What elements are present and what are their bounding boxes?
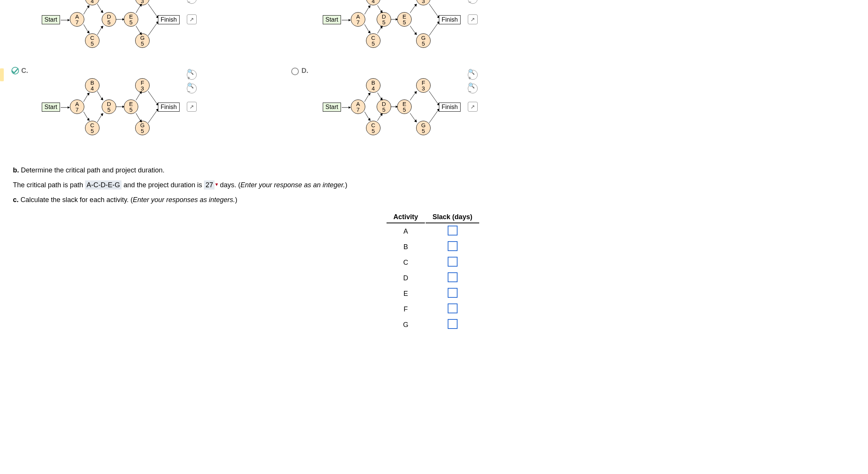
svg-line-24 [365,24,369,32]
popout-button[interactable]: ↗ [468,102,478,112]
node-a-value: 7 [357,19,360,25]
part-c-label: c. [13,196,19,204]
node-d-value: 5 [382,107,385,112]
zoom-in-button[interactable]: 🔍+ [187,70,197,80]
svg-line-52 [136,93,140,100]
node-e-value: 5 [129,107,133,112]
part-b-sentence-pre: The critical path is path [13,181,83,189]
activity-cell: G [387,318,425,332]
svg-line-58 [148,110,157,123]
slack-input-a[interactable] [448,226,458,235]
page-side-tab [0,68,4,81]
node-b: B4 [85,78,99,93]
start-label: Start [323,103,341,112]
node-f-value: 3 [141,0,144,4]
node-a-value: 7 [357,107,360,112]
node-d-label: D [382,14,386,19]
option-c-letter: C. [21,67,28,75]
node-g-label: G [140,35,145,41]
svg-line-6 [97,4,102,11]
finish-label: Finish [439,15,461,24]
node-g-label: G [140,122,145,128]
svg-line-68 [377,115,381,121]
node-g-value: 5 [141,41,144,46]
svg-line-8 [97,27,102,35]
node-a-label: A [356,101,360,107]
slack-input-f[interactable] [448,303,458,313]
node-d-value: 5 [107,107,110,112]
option-c-radio[interactable] [11,67,19,74]
slack-input-g[interactable] [448,319,458,329]
node-a-label: A [75,14,79,19]
slack-input-d[interactable] [448,272,458,282]
header-activity: Activity [387,212,425,223]
activity-cell: F [387,302,425,317]
node-e-label: E [402,14,406,19]
svg-line-12 [136,5,140,13]
slack-cell [426,271,479,286]
svg-line-36 [429,4,438,17]
duration-answer[interactable]: 27 [204,180,215,190]
slack-cell [426,224,479,239]
svg-marker-31 [396,18,398,21]
popout-button[interactable]: ↗ [187,14,197,24]
node-d: D5 [377,12,391,27]
activity-cell: D [387,271,425,286]
part-b-sentence-end: ) [345,181,347,189]
node-b-label: B [90,80,94,85]
zoom-in-button[interactable]: 🔍+ [468,70,478,80]
node-c-value: 5 [372,128,375,134]
node-b: B4 [366,0,380,5]
node-a-label: A [356,14,360,19]
slack-input-e[interactable] [448,288,458,298]
question-part-b: b. Determine the critical path and proje… [13,166,853,189]
node-f: F3 [416,78,431,93]
zoom-out-button[interactable]: 🔍− [187,84,197,93]
diagram-option-c: Start A7 B4 C5 D5 E5 F3 G5 Finish 🔍+ 🔍− … [39,72,214,148]
zoom-out-button[interactable]: 🔍− [468,84,478,93]
node-e-label: E [402,101,406,107]
question-part-c: c. Calculate the slack for each activity… [13,196,853,333]
node-e-value: 5 [129,19,133,25]
node-e: E5 [397,100,412,114]
diagram-top-right: Start A7 B4 C5 D5 E5 F3 G5 Finish 🔍− ↗ [320,0,495,61]
activity-cell: B [387,240,425,254]
table-row: D [387,271,479,286]
svg-line-2 [84,7,88,14]
node-g-label: G [421,122,426,128]
table-row: F [387,302,479,317]
svg-line-64 [365,112,369,119]
svg-line-14 [136,26,140,33]
node-a-label: A [75,101,79,107]
node-e-label: E [129,14,133,19]
node-g: G5 [135,121,150,135]
node-e-value: 5 [403,107,406,112]
svg-line-42 [84,94,88,102]
node-c-value: 5 [372,41,375,46]
node-d-label: D [107,101,111,107]
node-e-value: 5 [403,19,406,25]
node-b-value: 4 [372,85,375,91]
svg-line-44 [84,112,88,119]
zoom-out-button[interactable]: 🔍− [468,0,478,4]
node-b: B4 [366,78,380,93]
table-row: C [387,255,479,270]
node-d-label: D [107,14,111,19]
zoom-out-button[interactable]: 🔍− [187,0,197,4]
popout-button[interactable]: ↗ [187,102,197,112]
svg-line-16 [148,4,157,17]
slack-input-b[interactable] [448,241,458,251]
node-a: A7 [70,12,84,27]
svg-line-32 [410,5,415,13]
svg-line-26 [377,5,381,11]
popout-button[interactable]: ↗ [468,14,478,24]
start-label: Start [323,15,341,24]
node-a: A7 [70,100,84,114]
critical-path-answer[interactable]: A-C-D-E-G [85,180,122,190]
node-c-label: C [90,122,95,128]
svg-marker-51 [122,106,125,108]
slack-input-c[interactable] [448,257,458,267]
option-d-radio[interactable] [291,68,299,75]
svg-line-4 [84,24,88,32]
table-row: E [387,286,479,301]
